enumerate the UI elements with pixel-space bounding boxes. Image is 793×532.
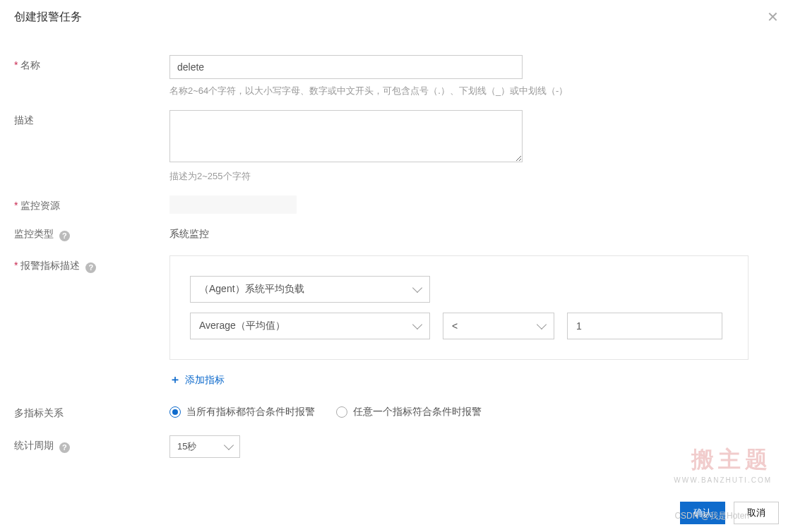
label-metric-desc: *报警指标描述 ? [14, 255, 169, 273]
monitor-type-value: 系统监控 [169, 224, 777, 241]
description-hint: 描述为2~255个字符 [169, 170, 777, 183]
help-icon[interactable]: ? [59, 231, 70, 241]
chevron-down-icon [412, 320, 422, 330]
radio-icon [336, 406, 347, 418]
required-mark: * [14, 260, 18, 271]
row-monitor-resource: *监控资源 [14, 195, 777, 214]
plus-icon: ＋ [169, 373, 181, 387]
name-input[interactable] [169, 55, 523, 79]
create-alarm-task-modal: 创建报警任务 ✕ *名称 名称2~64个字符，以大小写字母、数字或中文开头，可包… [0, 0, 793, 532]
aggregation-select[interactable]: Average（平均值） [190, 313, 430, 339]
confirm-button[interactable]: 确认 [680, 502, 725, 524]
name-hint: 名称2~64个字符，以大小写字母、数字或中文开头，可包含点号（.）、下划线（_）… [169, 85, 777, 97]
metrics-box: （Agent）系统平均负载 Average（平均值） < [169, 255, 749, 360]
close-icon[interactable]: ✕ [767, 8, 779, 25]
label-stat-period: 统计周期 ? [14, 435, 169, 453]
radio-all-match[interactable]: 当所有指标都符合条件时报警 [169, 406, 315, 418]
chevron-down-icon [412, 283, 422, 293]
cancel-button[interactable]: 取消 [734, 502, 779, 524]
row-name: *名称 名称2~64个字符，以大小写字母、数字或中文开头，可包含点号（.）、下划… [14, 55, 777, 97]
label-name: *名称 [14, 55, 169, 72]
monitor-resource-value [169, 195, 297, 214]
modal-footer: CSDN @我是Hoten 确认 取消 [0, 494, 793, 532]
description-textarea[interactable] [169, 110, 523, 162]
label-monitor-resource: *监控资源 [14, 195, 169, 212]
label-description: 描述 [14, 110, 169, 127]
required-mark: * [14, 200, 18, 211]
required-mark: * [14, 59, 18, 71]
metric-select[interactable]: （Agent）系统平均负载 [190, 276, 430, 303]
add-metric-button[interactable]: ＋ 添加指标 [169, 373, 225, 387]
threshold-input[interactable] [567, 313, 722, 339]
radio-any-match[interactable]: 任意一个指标符合条件时报警 [336, 406, 482, 418]
label-multi-relation: 多指标关系 [14, 403, 169, 420]
multi-relation-radio-group: 当所有指标都符合条件时报警 任意一个指标符合条件时报警 [169, 403, 777, 418]
chevron-down-icon [224, 440, 234, 450]
help-icon[interactable]: ? [85, 262, 96, 273]
help-icon[interactable]: ? [59, 442, 70, 453]
stat-period-select[interactable]: 15秒 [169, 435, 240, 458]
chevron-down-icon [537, 320, 547, 330]
modal-body[interactable]: *名称 名称2~64个字符，以大小写字母、数字或中文开头，可包含点号（.）、下划… [0, 34, 793, 485]
row-stat-period: 统计周期 ? 15秒 [14, 435, 777, 458]
label-monitor-type: 监控类型 ? [14, 224, 169, 241]
row-monitor-type: 监控类型 ? 系统监控 [14, 224, 777, 241]
modal-title: 创建报警任务 [14, 10, 82, 25]
modal-header: 创建报警任务 ✕ [0, 0, 793, 34]
radio-icon [169, 406, 181, 418]
row-multi-relation: 多指标关系 当所有指标都符合条件时报警 任意一个指标符合条件时报警 [14, 403, 777, 420]
row-metric-desc: *报警指标描述 ? （Agent）系统平均负载 Aver [14, 255, 777, 387]
row-description: 描述 描述为2~255个字符 [14, 110, 777, 183]
operator-select[interactable]: < [443, 313, 554, 339]
